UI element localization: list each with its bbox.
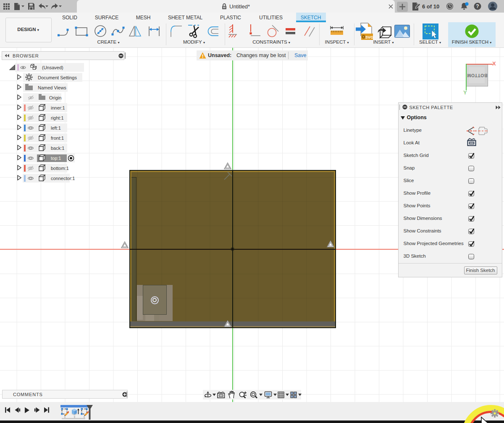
svg-text:?: ? [476, 3, 479, 9]
svg-text:SVG: SVG [365, 35, 373, 39]
